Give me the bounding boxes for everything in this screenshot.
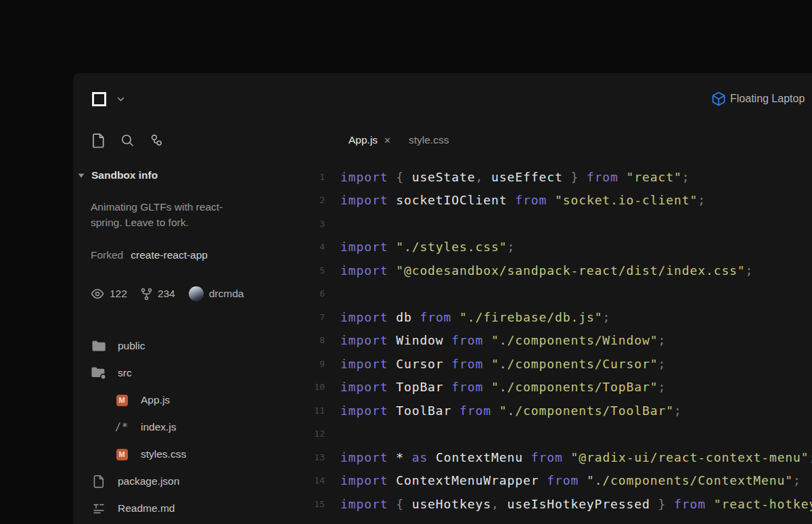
sandbox-window: Floating Laptop App.js✕style.css Sandbox… bbox=[73, 73, 812, 524]
code-text: import ContextMenuWrapper from "./compon… bbox=[340, 473, 801, 487]
tab-bar: App.js✕style.css bbox=[298, 125, 812, 156]
line-number: 2 bbox=[298, 195, 325, 205]
forked-from-link[interactable]: create-react-app bbox=[131, 249, 208, 261]
modified-icon: M bbox=[114, 395, 130, 406]
code-line[interactable]: 5import "@codesandbox/sandpack-react/dis… bbox=[298, 259, 812, 282]
tab-style.css[interactable]: style.css bbox=[409, 134, 449, 146]
chevron-down-icon[interactable] bbox=[117, 97, 125, 102]
logo-group bbox=[91, 91, 125, 108]
code-line[interactable]: 10import TopBar from "./components/TopBa… bbox=[298, 376, 812, 399]
author-name: drcmda bbox=[209, 288, 244, 300]
code-line[interactable]: 13import * as ContextMenu from "@radix-u… bbox=[298, 445, 812, 469]
author-stat[interactable]: drcmda bbox=[189, 286, 244, 301]
code-text: import Window from "./components/Window"… bbox=[340, 333, 666, 347]
comment-icon: /* bbox=[114, 421, 130, 433]
views-stat: 122 bbox=[91, 288, 127, 300]
file-tree: publicsrcMApp.js/*index.jsMstyles.csspac… bbox=[91, 332, 284, 522]
file-name: public bbox=[118, 340, 145, 352]
file-icon bbox=[91, 475, 107, 488]
code-text: import ToolBar from "./components/ToolBa… bbox=[340, 403, 682, 418]
tree-item-styles.css[interactable]: Mstyles.css bbox=[91, 441, 284, 468]
readme-icon bbox=[91, 502, 107, 515]
code-text: import socketIOClient from "socket.io-cl… bbox=[340, 193, 706, 207]
stats-row: 122 234 drcmda bbox=[91, 286, 284, 301]
tree-item-app.js[interactable]: MApp.js bbox=[91, 387, 284, 414]
line-number: 1 bbox=[298, 172, 325, 182]
project-title[interactable]: Floating Laptop bbox=[712, 73, 805, 125]
tab-label: style.css bbox=[409, 134, 449, 146]
line-number: 3 bbox=[298, 219, 325, 229]
avatar bbox=[189, 286, 204, 301]
code-line[interactable]: 6 bbox=[298, 282, 812, 306]
line-number: 8 bbox=[298, 335, 325, 345]
tree-item-public[interactable]: public bbox=[91, 332, 284, 359]
forks-count: 234 bbox=[158, 288, 175, 300]
line-number: 6 bbox=[298, 288, 325, 299]
tree-item-src[interactable]: src bbox=[91, 359, 284, 387]
file-name: App.js bbox=[141, 394, 170, 406]
code-line[interactable]: 12 bbox=[298, 422, 812, 446]
line-number: 7 bbox=[298, 312, 325, 322]
collapse-triangle-icon bbox=[78, 173, 85, 178]
forked-row: Forked create-react-app bbox=[91, 249, 284, 261]
cube-icon bbox=[712, 91, 725, 106]
line-number: 14 bbox=[298, 475, 325, 485]
sidebar-toolbar bbox=[73, 125, 298, 156]
file-name: package.json bbox=[118, 475, 179, 487]
code-line[interactable]: 14import ContextMenuWrapper from "./comp… bbox=[298, 469, 812, 493]
forked-label: Forked bbox=[91, 249, 123, 261]
code-text: import db from "./firebase/db.js"; bbox=[340, 310, 610, 324]
section-title: Sandbox info bbox=[91, 169, 158, 181]
code-text: import { useHotkeys, useIsHotkeyPressed … bbox=[340, 497, 812, 511]
tree-item-readme.md[interactable]: Readme.md bbox=[91, 495, 284, 522]
eye-icon bbox=[91, 288, 104, 299]
line-number: 13 bbox=[298, 452, 325, 462]
tree-item-index.js[interactable]: /*index.js bbox=[91, 414, 284, 441]
close-tab-icon[interactable]: ✕ bbox=[384, 136, 391, 145]
file-name: styles.css bbox=[141, 448, 186, 460]
modified-icon: M bbox=[114, 449, 130, 460]
project-name: Floating Laptop bbox=[730, 93, 805, 105]
code-line[interactable]: 4import "./styles.css"; bbox=[298, 236, 812, 259]
views-count: 122 bbox=[110, 288, 127, 300]
file-name: index.js bbox=[141, 421, 177, 433]
tree-item-package.json[interactable]: package.json bbox=[91, 468, 284, 495]
file-name: Readme.md bbox=[118, 502, 175, 515]
code-line[interactable]: 2import socketIOClient from "socket.io-c… bbox=[298, 189, 812, 213]
git-fork-icon bbox=[141, 288, 152, 301]
code-line[interactable]: 15import { useHotkeys, useIsHotkeyPresse… bbox=[298, 492, 812, 516]
search-icon[interactable] bbox=[120, 133, 135, 148]
forks-stat: 234 bbox=[141, 288, 175, 301]
tab-label: App.js bbox=[348, 134, 378, 146]
code-text: import { useState, useEffect } from "rea… bbox=[340, 170, 690, 184]
line-number: 10 bbox=[298, 382, 325, 392]
sidebar: Sandbox info Animating GLTFs with react-… bbox=[73, 156, 298, 524]
code-text: import "@codesandbox/sandpack-react/dist… bbox=[340, 263, 753, 278]
code-line[interactable]: 1import { useState, useEffect } from "re… bbox=[298, 165, 812, 189]
screen: Floating Laptop App.js✕style.css Sandbox… bbox=[0, 0, 812, 524]
fork-icon[interactable] bbox=[149, 133, 164, 148]
code-line[interactable]: 3 bbox=[298, 212, 812, 236]
sandbox-info-header[interactable]: Sandbox info bbox=[91, 169, 284, 181]
code-text: import Cursor from "./components/Cursor"… bbox=[340, 357, 666, 371]
file-name: src bbox=[118, 367, 132, 379]
new-file-icon[interactable] bbox=[91, 133, 106, 148]
tab-app.js[interactable]: App.js✕ bbox=[348, 134, 391, 146]
line-number: 12 bbox=[298, 429, 325, 439]
code-line[interactable]: 9import Cursor from "./components/Cursor… bbox=[298, 352, 812, 376]
line-number: 9 bbox=[298, 359, 325, 369]
line-number: 15 bbox=[298, 499, 325, 509]
folder-icon bbox=[91, 340, 107, 352]
code-line[interactable]: 7import db from "./firebase/db.js"; bbox=[298, 305, 812, 329]
code-text: import "./styles.css"; bbox=[340, 240, 515, 254]
codesandbox-logo-icon[interactable] bbox=[91, 91, 108, 108]
code-line[interactable]: 8import Window from "./components/Window… bbox=[298, 329, 812, 353]
code-line[interactable]: 11import ToolBar from "./components/Tool… bbox=[298, 399, 812, 422]
sandbox-description: Animating GLTFs with react-spring. Leave… bbox=[91, 199, 237, 230]
titlebar[interactable]: Floating Laptop bbox=[73, 73, 812, 125]
code-editor[interactable]: 1import { useState, useEffect } from "re… bbox=[298, 156, 812, 524]
code-text: import TopBar from "./components/TopBar"… bbox=[340, 380, 666, 394]
line-number: 11 bbox=[298, 406, 325, 416]
line-number: 4 bbox=[298, 242, 325, 252]
folder-open-icon bbox=[91, 366, 107, 380]
